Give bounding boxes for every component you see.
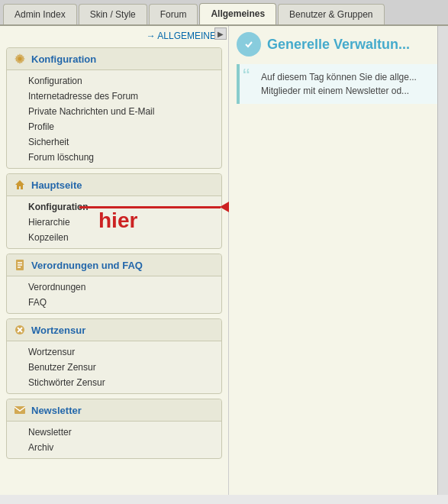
section-header-newsletter: Newsletter	[7, 399, 221, 422]
section-title-hauptseite: Hauptseite	[31, 179, 82, 191]
sidebar-item-konfiguration[interactable]: Konfiguration	[7, 73, 221, 89]
sidebar: ▶ → ALLGEMEINES Konfiguration Konfigurat…	[0, 26, 229, 495]
right-panel-scrollbar[interactable]	[437, 26, 448, 495]
right-panel-description: Auf diesem Tag können Sie die allge... M…	[237, 64, 440, 104]
panel-title-icon	[237, 32, 261, 57]
sidebar-item-sicherheit[interactable]: Sicherheit	[7, 134, 221, 150]
home-icon	[13, 178, 27, 192]
sidebar-heading-link[interactable]: → ALLGEMEINES	[0, 29, 228, 43]
tab-skin-style[interactable]: Skin / Style	[79, 4, 147, 24]
section-items-hauptseite: Konfiguration hier Hierarchie Kopzeilen	[7, 196, 221, 248]
sidebar-item-faq[interactable]: FAQ	[7, 295, 221, 310]
sidebar-item-kopzeilen[interactable]: Kopzeilen	[7, 230, 221, 245]
tab-allgemeines[interactable]: Allgemeines	[199, 3, 276, 24]
arrow-head	[220, 202, 229, 212]
sidebar-item-forum-loeschung[interactable]: Forum löschung	[7, 150, 221, 165]
sidebar-item-haupt-konfiguration[interactable]: Konfiguration	[7, 199, 95, 215]
section-title-newsletter: Newsletter	[31, 405, 82, 416]
section-header-verordnungen: Verordnungen und FAQ	[7, 254, 221, 276]
section-header-hauptseite: Hauptseite	[7, 174, 221, 196]
right-panel-title-text: Generelle Verwaltun...	[267, 37, 410, 53]
section-newsletter: Newsletter Newsletter Archiv	[6, 399, 222, 459]
section-wortzensur: Wortzensur Wortzensur Benutzer Zensur St…	[6, 318, 222, 394]
right-panel: Generelle Verwaltun... Auf diesem Tag kö…	[229, 26, 448, 495]
sidebar-item-internetadresse[interactable]: Internetadresse des Forum	[7, 89, 221, 104]
section-title-wortzensur: Wortzensur	[31, 325, 85, 336]
doc-icon	[13, 258, 27, 272]
tab-bar: Admin Index Skin / Style Forum Allgemein…	[0, 0, 448, 24]
sidebar-item-benutzer-zensur[interactable]: Benutzer Zensur	[7, 360, 221, 375]
section-header-konfiguration: Konfiguration	[7, 48, 221, 70]
sidebar-item-pn-email[interactable]: Private Nachrichten und E-Mail	[7, 104, 221, 119]
censor-icon	[13, 323, 27, 337]
section-hauptseite: Hauptseite Konfiguration hier Hierarchie…	[6, 173, 222, 249]
section-items-konfiguration: Konfiguration Internetadresse des Forum …	[7, 70, 221, 168]
section-items-wortzensur: Wortzensur Benutzer Zensur Stichwörter Z…	[7, 341, 221, 393]
tab-forum[interactable]: Forum	[149, 4, 198, 24]
arrow-annotation	[79, 202, 229, 212]
section-items-newsletter: Newsletter Archiv	[7, 422, 221, 458]
sidebar-collapse-button[interactable]: ▶	[214, 27, 227, 40]
section-konfiguration: Konfiguration Konfiguration Internetadre…	[6, 47, 222, 169]
right-panel-title: Generelle Verwaltun...	[237, 32, 440, 57]
section-items-verordnungen: Verordnungen FAQ	[7, 276, 221, 313]
sidebar-item-wortzensur[interactable]: Wortzensur	[7, 344, 221, 360]
section-title-verordnungen: Verordnungen und FAQ	[31, 260, 143, 271]
section-header-wortzensur: Wortzensur	[7, 319, 221, 341]
tab-admin-index[interactable]: Admin Index	[3, 4, 77, 24]
tab-benutzer-gruppen[interactable]: Benutzer & Gruppen	[278, 4, 384, 24]
gear-icon	[13, 52, 27, 66]
sidebar-item-stichwort-zensur[interactable]: Stichwörter Zensur	[7, 375, 221, 390]
svg-point-9	[242, 37, 256, 51]
section-verordnungen: Verordnungen und FAQ Verordnungen FAQ	[6, 254, 222, 314]
sidebar-item-newsletter[interactable]: Newsletter	[7, 425, 221, 440]
svg-rect-8	[15, 406, 25, 414]
sidebar-item-verordnungen[interactable]: Verordnungen	[7, 279, 221, 295]
mail-icon	[13, 403, 27, 417]
sidebar-item-hierarchie[interactable]: Hierarchie	[7, 215, 221, 230]
sidebar-item-profile[interactable]: Profile	[7, 119, 221, 134]
sidebar-item-archiv[interactable]: Archiv	[7, 440, 221, 455]
arrow-line	[79, 206, 221, 208]
main-area: ▶ → ALLGEMEINES Konfiguration Konfigurat…	[0, 24, 448, 495]
section-title-konfiguration: Konfiguration	[31, 53, 96, 65]
